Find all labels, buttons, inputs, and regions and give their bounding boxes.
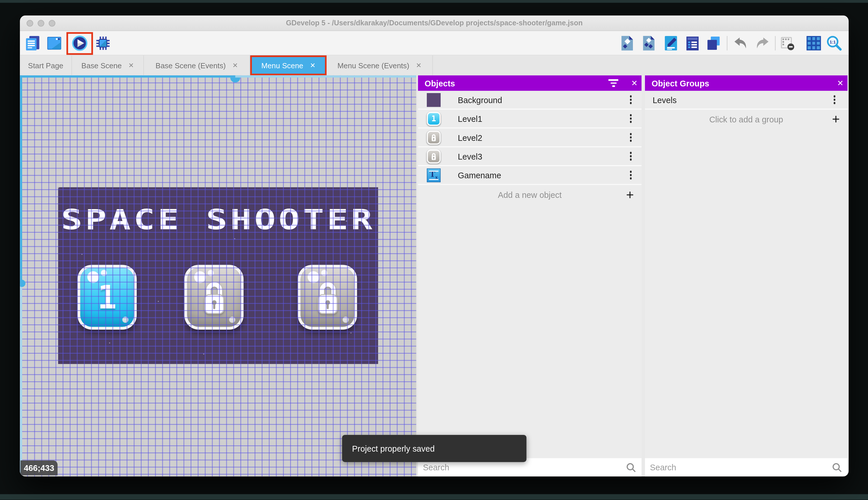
tab-bar: Start Page Base Scene ✕ Base Scene (Even…	[20, 55, 848, 75]
editor-content: SPACE SHOOTER 1 466;433	[20, 76, 848, 477]
object-groups-panel-title: Object Groups	[645, 78, 833, 88]
object-label: Level1	[458, 114, 482, 123]
toolbar-divider	[775, 36, 776, 50]
screenshot-stage: GDevelop 5 - /Users/dkarakay/Documents/G…	[0, 0, 868, 500]
zoom-1-1-icon[interactable]: 1:1	[826, 35, 843, 52]
add-group-label: Click to add a group	[709, 114, 783, 124]
traffic-lights	[26, 20, 55, 26]
scene-window-top-handle[interactable]	[230, 78, 240, 82]
project-manager-icon[interactable]	[24, 35, 41, 52]
object-groups-panel-header: Object Groups ✕	[645, 76, 847, 91]
object-menu-icon[interactable]	[627, 93, 634, 106]
object-groups-editor-icon[interactable]	[640, 35, 657, 52]
scene-window-top-border	[20, 76, 416, 78]
tab-label: Base Scene (Events)	[156, 61, 226, 70]
toolbar: 1:1	[20, 31, 848, 56]
scene-canvas[interactable]: SPACE SHOOTER 1 466;433	[20, 76, 416, 477]
grid-icon[interactable]	[806, 35, 822, 52]
lock-icon	[312, 279, 344, 316]
toolbar-divider	[727, 36, 728, 50]
object-menu-icon[interactable]	[627, 131, 634, 144]
close-tab-icon[interactable]: ✕	[128, 61, 134, 69]
close-window-button[interactable]	[26, 20, 33, 26]
scene-window-left-border	[20, 76, 22, 477]
scene-background-instance[interactable]: SPACE SHOOTER 1	[58, 187, 378, 364]
object-groups-panel: Object Groups ✕ Levels Click to add a gr…	[645, 76, 847, 477]
plus-icon[interactable]: +	[832, 112, 840, 126]
objects-search-input[interactable]	[418, 463, 626, 472]
level3-button-instance[interactable]	[298, 265, 357, 329]
scene-title-text[interactable]: SPACE SHOOTER	[20, 206, 416, 234]
scene-properties-icon[interactable]	[684, 35, 701, 52]
tab-start-page[interactable]: Start Page	[20, 55, 72, 75]
object-label: Level3	[458, 151, 482, 161]
object-editor-icon[interactable]	[619, 35, 635, 52]
text-object-thumbnail-icon: Tx	[427, 168, 441, 182]
background-thumbnail-icon	[427, 93, 441, 106]
edit-scene-icon[interactable]	[662, 35, 679, 52]
groups-search-input[interactable]	[645, 463, 832, 472]
locked-thumbnail-icon	[427, 149, 441, 163]
groups-search-row	[645, 458, 847, 476]
debug-icon[interactable]	[95, 35, 112, 52]
scene-window-icon[interactable]	[46, 35, 63, 52]
window-title: GDevelop 5 - /Users/dkarakay/Documents/G…	[20, 19, 848, 27]
svg-text:1:1: 1:1	[830, 40, 836, 44]
close-tab-icon[interactable]: ✕	[416, 61, 421, 69]
add-object-label: Add a new object	[498, 190, 562, 200]
title-bar: GDevelop 5 - /Users/dkarakay/Documents/G…	[20, 15, 848, 31]
redo-icon[interactable]	[754, 35, 771, 52]
object-row-gamename[interactable]: Tx Gamename	[418, 166, 642, 185]
object-row-level3[interactable]: Level3	[418, 147, 642, 166]
cursor-coordinates: 466;433	[21, 460, 58, 475]
scene-window-left-handle[interactable]	[20, 280, 25, 287]
tab-label: Menu Scene (Events)	[337, 61, 409, 70]
instances-list-icon[interactable]	[705, 35, 722, 52]
object-label: Gamename	[458, 170, 501, 180]
objects-panel: Objects ✕ Background 1 Level1	[418, 76, 642, 477]
locked-thumbnail-icon	[427, 130, 441, 144]
object-label: Level2	[458, 133, 482, 142]
group-row-levels[interactable]: Levels	[645, 91, 847, 110]
level2-button-instance[interactable]	[185, 265, 244, 329]
save-toast: Project properly saved	[342, 435, 527, 462]
tab-base-scene[interactable]: Base Scene ✕	[72, 55, 144, 75]
search-icon[interactable]	[626, 462, 636, 472]
tab-label: Menu Scene	[261, 61, 303, 70]
filter-icon[interactable]	[608, 79, 619, 87]
minimize-window-button[interactable]	[38, 20, 44, 26]
plus-icon[interactable]: +	[626, 188, 634, 201]
lock-icon	[198, 279, 230, 316]
close-panel-icon[interactable]: ✕	[833, 79, 847, 88]
star-specks	[58, 187, 59, 189]
object-menu-icon[interactable]	[627, 112, 634, 125]
objects-panel-title: Objects	[418, 78, 608, 88]
tab-base-scene-events[interactable]: Base Scene (Events) ✕	[144, 55, 250, 75]
group-menu-icon[interactable]	[831, 93, 837, 106]
close-tab-icon[interactable]: ✕	[233, 61, 238, 69]
maximize-window-button[interactable]	[49, 20, 55, 26]
tab-label: Start Page	[28, 61, 63, 70]
preview-play-icon[interactable]	[71, 35, 88, 52]
close-tab-icon[interactable]: ✕	[310, 61, 315, 69]
objects-panel-header: Objects ✕	[418, 76, 642, 91]
tab-label: Base Scene	[81, 61, 122, 70]
object-menu-icon[interactable]	[627, 150, 634, 163]
close-panel-icon[interactable]: ✕	[627, 79, 642, 88]
tab-menu-scene[interactable]: Menu Scene ✕	[250, 55, 326, 75]
add-object-button[interactable]: Add a new object +	[418, 185, 642, 204]
object-menu-icon[interactable]	[627, 169, 634, 181]
tab-menu-scene-events[interactable]: Menu Scene (Events) ✕	[327, 55, 433, 75]
gdevelop-window: GDevelop 5 - /Users/dkarakay/Documents/G…	[20, 15, 848, 476]
add-group-button[interactable]: Click to add a group +	[645, 110, 847, 128]
object-row-level2[interactable]: Level2	[418, 128, 642, 147]
object-row-background[interactable]: Background	[418, 91, 642, 110]
search-icon[interactable]	[832, 462, 842, 472]
level1-thumbnail-icon: 1	[427, 112, 441, 126]
undo-icon[interactable]	[732, 35, 749, 52]
mask-icon[interactable]	[779, 35, 796, 52]
object-row-level1[interactable]: 1 Level1	[418, 110, 642, 128]
level1-button-instance[interactable]: 1	[78, 265, 137, 329]
group-label: Levels	[653, 95, 677, 104]
level-number: 1	[97, 279, 117, 316]
